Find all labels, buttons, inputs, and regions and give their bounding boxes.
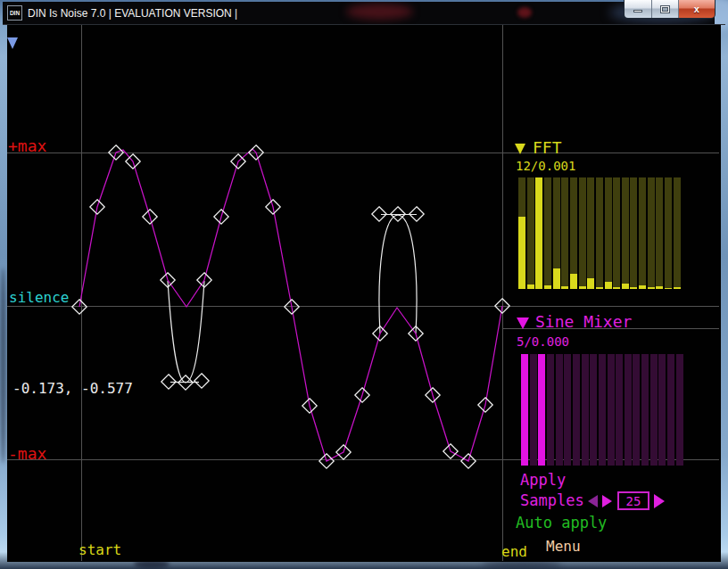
sine-bars-bar[interactable] [590, 354, 597, 466]
fft-bars-bar-value [648, 287, 655, 289]
sine-bars-bar[interactable] [573, 354, 580, 466]
sine-bars-bar[interactable] [676, 354, 683, 466]
fft-sublabel: 12/0.001 [516, 159, 575, 173]
fft-bars-bar-value [553, 268, 560, 289]
fft-bars-bar [544, 177, 551, 289]
sine-mixer-header[interactable]: Sine Mixer [535, 312, 632, 331]
sine-bars-bar[interactable] [538, 354, 545, 466]
samples-decrement-icon[interactable] [588, 495, 598, 507]
fft-bars-bar [587, 177, 594, 289]
minimize-button[interactable] [625, 0, 651, 18]
fft-bars [518, 177, 681, 289]
minus-max-label: -max [8, 444, 46, 463]
fft-bars-bar [518, 177, 525, 289]
sine-bars-bar-value [538, 354, 545, 466]
titlebar-smudge [346, 4, 413, 20]
sine-bars-bar[interactable] [556, 354, 563, 466]
sine-bars-bar[interactable] [599, 354, 606, 466]
fft-bars-bar-value [639, 285, 646, 289]
fft-bars-bar-value [579, 286, 586, 289]
sine-mixer-collapse-icon[interactable] [517, 317, 529, 329]
sine-bars-bar[interactable] [521, 354, 528, 466]
fft-bars-bar-value [622, 284, 629, 289]
fft-bars-bar-value [544, 285, 551, 289]
fft-bars-bar-value [596, 287, 603, 289]
control-point-diamond[interactable] [194, 374, 209, 388]
sine-bars-bar[interactable] [616, 354, 623, 466]
close-icon: x [694, 4, 699, 14]
sine-bars-bar[interactable] [608, 354, 615, 466]
fft-bars-bar-value [527, 284, 534, 289]
fft-collapse-icon[interactable] [515, 144, 525, 154]
sine-bars-bar[interactable] [641, 354, 649, 466]
fft-bars-bar-value [518, 217, 525, 289]
fft-bars-bar [605, 177, 612, 289]
sine-bars-bar[interactable] [625, 354, 632, 466]
samples-increment2-icon[interactable] [654, 494, 665, 508]
fft-bars-bar [561, 177, 568, 289]
fft-bars-bar [579, 177, 586, 289]
cursor-readout: -0.173, -0.577 [12, 380, 133, 397]
apply-button[interactable]: Apply [520, 471, 566, 489]
fft-bars-bar [674, 177, 681, 289]
fft-bars-bar-value [587, 278, 594, 289]
fft-bars-bar-value [613, 287, 620, 289]
fft-bars-bar-value [605, 282, 612, 289]
start-label: start [79, 541, 121, 558]
bezier-dip-curve[interactable] [168, 281, 204, 383]
samples-value-box[interactable]: 25 [617, 491, 649, 510]
fft-bars-bar-value [535, 177, 542, 289]
border-smudge [0, 268, 6, 464]
samples-increment-icon[interactable] [602, 495, 612, 507]
silence-label: silence [9, 289, 69, 306]
caption-buttons: x [624, 0, 716, 19]
close-button[interactable]: x [679, 0, 715, 18]
fft-bars-bar [570, 177, 577, 289]
fft-bars-bar [613, 177, 620, 289]
fft-bars-bar-value [570, 274, 577, 289]
fft-bars-bar-value [674, 287, 681, 289]
maximize-button[interactable] [651, 0, 678, 18]
end-label: end [501, 543, 527, 560]
fft-bars-bar [622, 177, 629, 289]
auto-apply-button[interactable]: Auto apply [516, 514, 607, 532]
sine-bars-bar-value [521, 354, 528, 466]
plus-max-label: +max [8, 136, 46, 155]
sine-mixer-bars[interactable] [521, 354, 683, 466]
fft-bars-bar [553, 177, 560, 289]
titlebar-smudge [517, 7, 532, 18]
fft-bars-bar [656, 177, 663, 289]
sine-bars-bar[interactable] [633, 354, 640, 466]
sine-bars-bar[interactable] [530, 354, 537, 466]
fft-bars-bar-value [665, 288, 672, 289]
window: DIN DIN Is Noise 7.0 | EVALUATION VERSIO… [0, 0, 728, 569]
fft-bars-bar [596, 177, 603, 289]
sine-mixer-sublabel: 5/0.000 [517, 334, 569, 349]
waveform-curve[interactable] [79, 149, 502, 461]
menu-label[interactable]: Menu [546, 538, 581, 555]
samples-label: Samples [520, 491, 584, 509]
samples-value: 25 [626, 494, 641, 508]
window-title: DIN Is Noise 7.0 | EVALUATION VERSION | [28, 7, 237, 20]
waveform-svg [7, 25, 721, 562]
fft-bars-bar [639, 177, 646, 289]
sine-bars-bar[interactable] [564, 354, 571, 466]
sine-bars-bar[interactable] [667, 354, 674, 466]
bezier-arch-curve[interactable] [379, 215, 417, 334]
border-smudge [482, 561, 562, 568]
marker-triangle-icon[interactable] [7, 37, 18, 49]
fft-bars-bar [630, 177, 637, 289]
app-icon[interactable]: DIN [7, 5, 22, 21]
fft-bars-bar-value [656, 286, 663, 289]
fft-bars-bar [665, 177, 672, 289]
sine-bars-bar[interactable] [650, 354, 658, 466]
maximize-icon [660, 5, 670, 13]
minimize-icon [633, 10, 642, 12]
fft-header[interactable]: FFT [533, 138, 562, 157]
sine-bars-bar[interactable] [582, 354, 589, 466]
sine-bars-bar[interactable] [547, 354, 554, 466]
sine-bars-bar[interactable] [658, 354, 666, 466]
fft-bars-bar [535, 177, 542, 289]
titlebar[interactable]: DIN DIN Is Noise 7.0 | EVALUATION VERSIO… [3, 2, 715, 25]
fft-bars-bar-value [630, 287, 637, 289]
